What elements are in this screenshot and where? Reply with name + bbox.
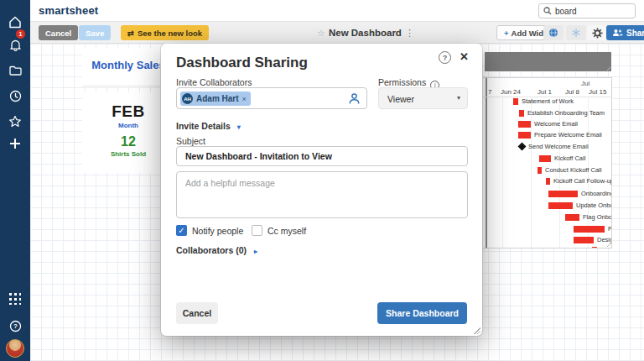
gantt-tick-label: Jul 1 <box>538 88 552 96</box>
gantt-task-label: Kickoff Call <box>554 154 585 162</box>
chevron-down-icon: ▾ <box>457 94 460 102</box>
gantt-task-label: Prepare Welcome Email <box>534 131 602 139</box>
page-title: New Dashboard <box>329 28 402 38</box>
gantt-gridline <box>531 97 532 248</box>
dialog-resize-handle[interactable] <box>474 327 480 334</box>
gantt-task-label: Flag Onboarding <box>583 213 612 221</box>
home-icon <box>8 16 22 29</box>
settings-button[interactable] <box>587 25 607 40</box>
gantt-task-label: Welcome Email <box>534 120 578 128</box>
dashboard-toolbar: Cancel Save ⇄ See the new look ☆ New Das… <box>30 22 644 44</box>
publish-globe-button[interactable] <box>543 25 564 40</box>
gantt-task-label: Update Onboarding I <box>576 201 612 209</box>
close-icon[interactable]: ✕ <box>460 50 469 63</box>
sidebar-item-apps[interactable] <box>0 288 30 310</box>
gantt-bar[interactable] <box>546 178 550 185</box>
gantt-chart-widget[interactable]: e Jul 7Jun 24Jul 1Jul 8Jul 15 Statement … <box>470 77 612 249</box>
gantt-milestone[interactable] <box>518 143 527 151</box>
sidebar-item-notifications[interactable]: 1 <box>0 34 30 55</box>
widget-resize-handle[interactable] <box>605 65 610 71</box>
invite-details-toggle[interactable]: Invite Details▾ <box>176 121 241 131</box>
permissions-value: Viewer <box>387 94 414 104</box>
sidebar-item-folder[interactable] <box>0 60 30 81</box>
add-person-icon[interactable] <box>348 92 361 105</box>
smartsheet-logo: smartsheet <box>39 4 98 17</box>
subject-input[interactable]: New Dashboard - Invitation to View <box>176 146 468 166</box>
notification-badge: 1 <box>16 29 25 39</box>
folder-icon <box>9 65 22 76</box>
svg-text:?: ? <box>13 322 18 330</box>
gantt-bar[interactable] <box>538 167 542 174</box>
empty-gray-widget[interactable] <box>485 52 611 71</box>
help-icon[interactable]: ? <box>439 51 451 64</box>
dialog-title: Dashboard Sharing <box>176 55 308 71</box>
sidebar-item-help[interactable]: ? <box>0 315 30 337</box>
cancel-edit-button[interactable]: Cancel <box>39 25 78 40</box>
share-button[interactable]: Share <box>606 25 644 40</box>
notify-people-label: Notify people <box>192 226 243 236</box>
see-new-look-button[interactable]: ⇄ See the new look <box>121 25 209 40</box>
gantt-bar[interactable] <box>539 155 551 162</box>
share-dashboard-button[interactable]: Share Dashboard <box>377 302 467 324</box>
gantt-task-label: Produ <box>608 225 612 233</box>
gantt-bar[interactable] <box>518 132 531 139</box>
swap-arrows-icon: ⇄ <box>127 29 134 38</box>
gantt-bar[interactable] <box>519 110 524 117</box>
top-bar: smartsheet board <box>30 0 644 22</box>
gantt-task-label: Statement of Work <box>522 97 574 105</box>
cc-myself-checkbox[interactable] <box>252 225 262 236</box>
gantt-tick-label: 7 <box>488 88 491 96</box>
collaborators-toggle[interactable]: Collaborators (0)▸ <box>176 245 257 255</box>
sidebar-item-home[interactable] <box>0 11 30 33</box>
gantt-bar[interactable] <box>592 247 597 249</box>
help-icon: ? <box>9 320 22 332</box>
sidebar-item-recents[interactable] <box>0 85 30 107</box>
chevron-right-icon: ▸ <box>254 248 257 255</box>
search-input[interactable]: board <box>538 3 636 18</box>
gantt-bar[interactable] <box>565 214 579 221</box>
gantt-bar[interactable] <box>574 226 605 233</box>
search-icon <box>543 7 552 15</box>
gantt-bar[interactable] <box>548 191 578 197</box>
people-icon <box>612 29 623 37</box>
dashboard-sharing-dialog: Dashboard Sharing ? ✕ Invite Collaborato… <box>161 44 482 336</box>
search-text: board <box>555 7 577 16</box>
chevron-down-icon: ▾ <box>237 123 241 131</box>
collaborator-chip[interactable]: AH Adam Hart × <box>180 92 251 106</box>
gear-icon <box>592 28 603 39</box>
sidebar-item-favorites[interactable] <box>0 110 30 132</box>
invite-collaborators-input[interactable]: AH Adam Hart × <box>176 87 367 109</box>
gantt-gridline <box>502 97 503 248</box>
gantt-month-label: Jul <box>581 80 589 87</box>
avatar <box>6 339 24 358</box>
permissions-dropdown[interactable]: Viewer ▾ <box>378 87 468 109</box>
dialog-cancel-button[interactable]: Cancel <box>176 302 218 324</box>
create-icon <box>9 138 21 149</box>
style-button[interactable] <box>566 25 586 40</box>
gantt-task-label: Kickoff Call Follow-up <box>553 177 612 185</box>
plus-icon: + <box>504 29 509 38</box>
chip-remove-icon[interactable]: × <box>242 95 247 103</box>
sidebar-item-account[interactable] <box>0 337 30 359</box>
globe-icon <box>548 28 558 38</box>
gantt-pane-divider[interactable] <box>486 78 487 249</box>
favorite-star-icon[interactable]: ☆ <box>317 28 325 39</box>
notifications-icon <box>9 39 22 51</box>
gantt-bar[interactable] <box>574 237 594 243</box>
message-textarea[interactable]: Add a helpful message <box>176 171 468 218</box>
subject-label: Subject <box>176 136 205 146</box>
widget-resize-handle[interactable] <box>605 241 610 247</box>
gantt-task-label: Establish Onboarding Team <box>527 109 605 117</box>
gantt-bar[interactable] <box>518 121 531 128</box>
favorites-icon <box>8 115 22 128</box>
notify-people-checkbox[interactable]: ✓ <box>176 225 187 236</box>
snowflake-icon <box>571 28 581 38</box>
dashboard-title-group: ☆ New Dashboard ⋮ <box>282 25 449 40</box>
invite-collaborators-label: Invite Collaborators <box>176 77 252 87</box>
gantt-task-label: Send Welcome Email <box>528 143 589 150</box>
gantt-bar[interactable] <box>548 202 573 209</box>
gantt-bar[interactable] <box>513 98 518 105</box>
save-button[interactable]: Save <box>79 25 111 40</box>
sidebar-item-create[interactable] <box>0 133 30 154</box>
title-menu-icon[interactable]: ⋮ <box>405 28 414 39</box>
